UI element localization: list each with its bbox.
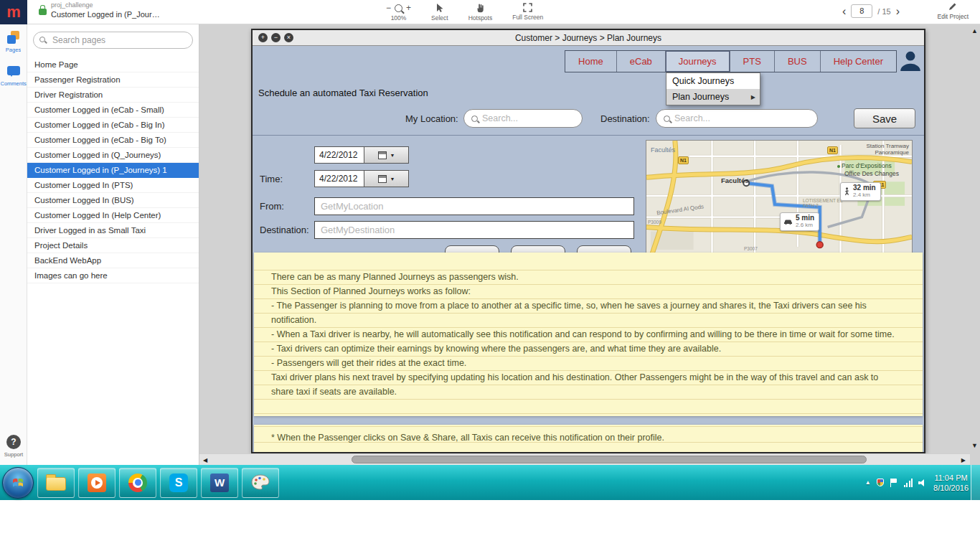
destination-input[interactable] (314, 221, 634, 239)
horizontal-scrollbar-thumb[interactable] (352, 456, 867, 463)
tray-flag-icon[interactable] (890, 479, 898, 487)
mockup-heading: Schedule an automated Taxi Reservation (258, 88, 428, 98)
zoom-in-button[interactable]: + (406, 4, 411, 12)
next-page-button[interactable]: › (896, 5, 900, 18)
calendar-button[interactable]: ▼ (364, 146, 409, 164)
page-number-input[interactable]: 8 (851, 4, 872, 18)
tray-action-center-icon[interactable] (877, 479, 884, 486)
save-button[interactable]: Save (854, 108, 915, 128)
calendar-button[interactable]: ▼ (364, 170, 409, 187)
hotspots-tool-button[interactable]: Hotspots (468, 0, 493, 22)
folder-icon (46, 477, 66, 491)
app-topbar: m proj_challenge Customer Logged in (P_J… (0, 0, 980, 24)
map-label-lotissement: LOTISSEMENT EL FATH 2 (803, 198, 846, 208)
project-name: proj_challenge (51, 1, 160, 9)
route-map[interactable]: Facultés Station TramwayPanoramique Parc… (646, 140, 913, 255)
mockup-nav-tab[interactable]: eCab (617, 51, 666, 72)
search-pages-input[interactable] (33, 32, 193, 49)
my-location-search-input[interactable] (482, 113, 575, 123)
taskbar-chrome-button[interactable] (119, 468, 156, 498)
taskbar-skype-button[interactable]: S (160, 468, 197, 498)
page-list-item[interactable]: Passenger Registration (27, 72, 199, 88)
page-list-item[interactable]: Customer Logged in (Q_Journeys) (27, 148, 199, 163)
page-list-item[interactable]: Images can go here (27, 268, 199, 283)
nav-tab-label: Home (578, 56, 603, 67)
map-label-facultes: Facultés (651, 146, 675, 154)
page-list-item[interactable]: Customer Logged in (P_Journeys) 1 (27, 163, 199, 178)
road-ref-p3007: P3007 (744, 246, 758, 251)
user-avatar-icon[interactable] (898, 48, 923, 72)
moqups-logo[interactable]: m (0, 0, 27, 24)
date-input[interactable] (314, 146, 364, 164)
taskbar-explorer-button[interactable] (37, 468, 75, 498)
mockup-nav-tab[interactable]: Help Center (821, 51, 896, 72)
moqups-app-screen: m proj_challenge Customer Logged in (P_J… (0, 0, 980, 551)
rail-pages-tab[interactable]: Pages (0, 24, 27, 57)
from-input[interactable] (314, 197, 634, 215)
zoom-out-button[interactable]: − (386, 4, 391, 12)
destination-label: Destination: (600, 113, 650, 124)
show-desktop-button[interactable] (971, 465, 980, 500)
cursor-icon (435, 3, 444, 13)
tray-hidden-icons-arrow[interactable]: ▲ (865, 479, 871, 486)
my-location-search-field[interactable] (463, 109, 583, 128)
page-list-item[interactable]: Customer Logged In (Help Center) (27, 208, 199, 223)
page-list-item[interactable]: BackEnd WebApp (27, 253, 199, 268)
page-list-item[interactable]: Customer Logged in (eCab - Big In) (27, 118, 199, 133)
time-input[interactable] (314, 170, 364, 187)
page-list-item[interactable]: Customer Logged In (BUS) (27, 193, 199, 208)
dropdown-item-label: Plan Journeys (672, 92, 729, 102)
edit-project-button[interactable]: Edit Project (938, 2, 969, 20)
tray-volume-icon[interactable] (918, 479, 928, 486)
nav-tab-label: BUS (788, 56, 807, 67)
horizontal-scrollbar[interactable]: ◀ ▶ (199, 453, 970, 465)
prev-page-button[interactable]: ‹ (842, 5, 846, 18)
scroll-left-arrow[interactable]: ◀ (203, 457, 207, 463)
mockup-nav-tab[interactable]: Journeys (666, 51, 730, 72)
search-icon (39, 37, 45, 42)
search-icon (471, 116, 478, 122)
page-list-item[interactable]: Home Page (27, 57, 199, 72)
destination-search-input[interactable] (674, 113, 810, 123)
clock-date: 8/10/2016 (933, 483, 969, 493)
page-item-label: Images can go here (34, 271, 108, 280)
support-button[interactable]: ? Support (0, 435, 27, 458)
taskbar-paint-button[interactable] (242, 468, 279, 498)
current-page-breadcrumb[interactable]: Customer Logged in (P_Jour… (51, 9, 160, 19)
tray-network-icon[interactable] (904, 479, 913, 487)
page-list-item[interactable]: Customer Logged in (eCab - Small) (27, 103, 199, 118)
paint-palette-icon (250, 474, 270, 492)
pages-panel: Home Page Passenger Registration Driver … (27, 24, 199, 465)
calendar-icon (378, 151, 387, 159)
vertical-scroll-up-arrow[interactable]: ▲ (971, 27, 978, 34)
destination-search-field[interactable] (656, 109, 818, 128)
vertical-scroll-down-arrow[interactable]: ▼ (971, 442, 978, 449)
page-list-item[interactable]: Customer Logged in (eCab - Big To) (27, 133, 199, 148)
page-list-item[interactable]: Driver Logged in as Small Taxi (27, 223, 199, 238)
mockup-nav-tab[interactable]: Home (565, 51, 617, 72)
dropdown-menu-item[interactable]: Plan Journeys ▶ (666, 89, 760, 105)
select-tool-button[interactable]: Select (431, 0, 448, 22)
start-button[interactable] (2, 467, 34, 499)
scroll-right-arrow[interactable]: ▶ (961, 457, 966, 463)
page-list-item[interactable]: Project Details (27, 238, 199, 253)
submenu-arrow-icon: ▶ (751, 94, 755, 100)
page-item-label: Home Page (34, 60, 78, 69)
system-tray: ▲ 11:04 PM 8/10/2016 (865, 465, 969, 500)
mockup-nav-tab[interactable]: PTS (730, 51, 775, 72)
fullscreen-tool-label: Full Screen (512, 14, 543, 21)
taskbar-clock[interactable]: 11:04 PM 8/10/2016 (933, 473, 969, 493)
taskbar-word-button[interactable]: W (201, 468, 238, 498)
chrome-icon (128, 474, 147, 492)
rail-comments-tab[interactable]: Comments (0, 57, 27, 91)
mockup-browser-window: + − × Customer > Journeys > Plan Journey… (251, 29, 925, 453)
taskbar-media-player-button[interactable] (78, 468, 116, 498)
page-list-item[interactable]: Customer Logged In (PTS) (27, 178, 199, 193)
nav-tab-label: Journeys (679, 56, 717, 67)
fullscreen-tool-button[interactable]: Full Screen (512, 0, 543, 21)
page-item-label: Customer Logged in (eCab - Big In) (34, 121, 165, 129)
mockup-nav-tab[interactable]: BUS (775, 51, 821, 72)
zoom-tool[interactable]: − + 100% (386, 0, 411, 22)
page-list-item[interactable]: Driver Registration (27, 88, 199, 103)
dropdown-menu-item[interactable]: Quick Journeys (666, 73, 760, 89)
